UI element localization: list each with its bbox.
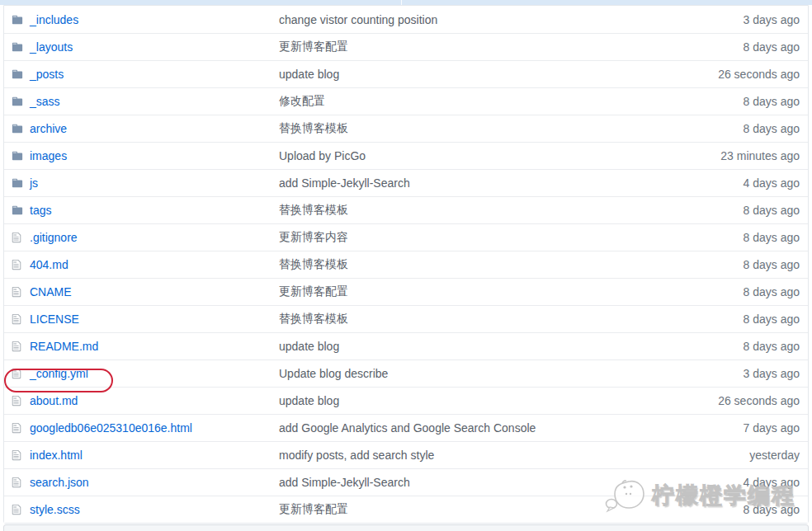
- file-icon: [12, 313, 25, 325]
- file-link[interactable]: style.scss: [30, 503, 80, 516]
- commit-message-link[interactable]: 更新博客内容: [279, 230, 348, 243]
- file-icon: [12, 368, 25, 379]
- file-link[interactable]: _posts: [30, 68, 64, 81]
- file-link[interactable]: _sass: [30, 95, 60, 108]
- table-row: about.md update blog 26 seconds ago: [4, 387, 808, 414]
- folder-icon: [12, 68, 25, 80]
- commit-message-cell: 更新博客配置: [279, 40, 684, 54]
- file-name-cell: 404.md: [4, 258, 279, 271]
- file-link[interactable]: googledb06e025310e016e.html: [30, 421, 192, 435]
- commit-message-cell: change vistor counting position: [279, 13, 684, 26]
- file-name-cell: README.md: [4, 340, 279, 353]
- file-link[interactable]: _layouts: [30, 40, 73, 54]
- commit-message-link[interactable]: 替换博客模板: [279, 203, 348, 216]
- file-link[interactable]: _config.yml: [30, 367, 88, 380]
- file-link[interactable]: about.md: [30, 394, 78, 407]
- table-row: search.json add Simple-Jekyll-Search 4 d…: [4, 468, 808, 496]
- commit-message-cell: update blog: [279, 68, 684, 81]
- file-name-cell: style.scss: [4, 503, 279, 516]
- file-link[interactable]: index.html: [30, 449, 83, 462]
- commit-message-link[interactable]: update blog: [279, 68, 339, 81]
- commit-message-cell: update blog: [279, 394, 684, 407]
- commit-message-cell: add Simple-Jekyll-Search: [279, 176, 684, 190]
- commit-message-cell: 替换博客模板: [279, 121, 684, 136]
- commit-message-cell: modify posts, add search style: [279, 449, 684, 462]
- file-link[interactable]: js: [30, 176, 38, 190]
- commit-time: 8 days ago: [684, 231, 808, 244]
- commit-message-link[interactable]: 替换博客模板: [279, 312, 348, 325]
- file-link[interactable]: _includes: [30, 13, 78, 26]
- file-name-cell: tags: [4, 204, 279, 217]
- commit-message-link[interactable]: 更新博客配置: [279, 502, 348, 515]
- commit-message-link[interactable]: update blog: [279, 394, 339, 407]
- table-row: googledb06e025310e016e.html add Google A…: [4, 414, 808, 441]
- file-table-rows: _includes change vistor counting positio…: [4, 6, 808, 523]
- commit-message-link[interactable]: Upload by PicGo: [279, 149, 366, 162]
- commit-message-link[interactable]: modify posts, add search style: [279, 449, 434, 462]
- commit-time: 8 days ago: [684, 204, 808, 217]
- commit-message-link[interactable]: add Simple-Jekyll-Search: [279, 176, 410, 190]
- file-link[interactable]: archive: [30, 122, 67, 135]
- file-link[interactable]: .gitignore: [30, 231, 78, 244]
- table-row: index.html modify posts, add search styl…: [4, 441, 808, 468]
- commit-message-link[interactable]: 更新博客配置: [279, 284, 348, 298]
- file-link[interactable]: images: [30, 149, 67, 162]
- commit-time: 4 days ago: [684, 176, 808, 190]
- commit-message-link[interactable]: Update blog describe: [279, 367, 388, 380]
- table-row: archive 替换博客模板 8 days ago: [4, 115, 808, 142]
- commit-message-cell: 更新博客配置: [279, 284, 684, 299]
- commit-message-link[interactable]: 修改配置: [279, 94, 325, 107]
- file-icon: [12, 504, 25, 515]
- commit-message-link[interactable]: change vistor counting position: [279, 13, 437, 26]
- table-row: .gitignore 更新博客内容 8 days ago: [4, 223, 808, 251]
- file-name-cell: _posts: [4, 68, 279, 81]
- commit-time: 8 days ago: [684, 285, 808, 298]
- commit-message-cell: 更新博客配置: [279, 502, 684, 517]
- file-name-cell: _sass: [4, 95, 279, 108]
- commit-message-cell: 修改配置: [279, 94, 684, 109]
- file-link[interactable]: search.json: [30, 476, 89, 489]
- file-name-cell: index.html: [4, 449, 279, 462]
- commit-message-link[interactable]: 替换博客模板: [279, 121, 348, 134]
- commit-message-cell: 替换博客模板: [279, 257, 684, 272]
- file-icon: [12, 449, 25, 461]
- file-icon: [12, 259, 25, 270]
- file-link[interactable]: LICENSE: [30, 312, 79, 326]
- commit-message-cell: add Google Analytics and Google Search C…: [279, 421, 684, 435]
- file-icon: [12, 477, 25, 488]
- file-link[interactable]: CNAME: [30, 285, 72, 298]
- file-icon: [12, 232, 25, 243]
- commit-time: 8 days ago: [684, 40, 808, 54]
- commit-message-link[interactable]: update blog: [279, 340, 339, 353]
- table-row: images Upload by PicGo 23 minutes ago: [4, 142, 808, 169]
- folder-icon: [12, 96, 25, 107]
- commit-time: 8 days ago: [684, 503, 808, 516]
- readme-header-bar: [3, 524, 809, 531]
- table-row: js add Simple-Jekyll-Search 4 days ago: [4, 169, 808, 196]
- file-icon: [12, 422, 25, 434]
- file-name-cell: .gitignore: [4, 231, 279, 244]
- commit-message-cell: Upload by PicGo: [279, 149, 684, 162]
- commit-time: 8 days ago: [684, 312, 808, 326]
- table-row: _sass 修改配置 8 days ago: [4, 87, 808, 115]
- file-link[interactable]: 404.md: [30, 258, 68, 271]
- file-name-cell: LICENSE: [4, 312, 279, 326]
- commit-message-link[interactable]: 替换博客模板: [279, 257, 348, 270]
- commit-time: 26 seconds ago: [684, 394, 808, 407]
- commit-time: 7 days ago: [684, 421, 808, 435]
- file-table: _includes change vistor counting positio…: [3, 5, 809, 524]
- commit-message-link[interactable]: 更新博客配置: [279, 40, 348, 53]
- file-link[interactable]: tags: [30, 204, 51, 217]
- commit-time: 8 days ago: [684, 258, 808, 271]
- commit-message-link[interactable]: add Google Analytics and Google Search C…: [279, 421, 536, 435]
- commit-message-link[interactable]: add Simple-Jekyll-Search: [279, 476, 410, 489]
- commit-time: 4 days ago: [684, 476, 808, 489]
- file-name-cell: _config.yml: [4, 367, 279, 380]
- file-name-cell: CNAME: [4, 285, 279, 298]
- commit-time: 3 days ago: [684, 367, 808, 380]
- folder-icon: [12, 150, 25, 162]
- table-row: _config.yml Update blog describe 3 days …: [4, 359, 808, 387]
- file-link[interactable]: README.md: [30, 340, 98, 353]
- folder-icon: [12, 41, 25, 53]
- file-name-cell: _includes: [4, 13, 279, 26]
